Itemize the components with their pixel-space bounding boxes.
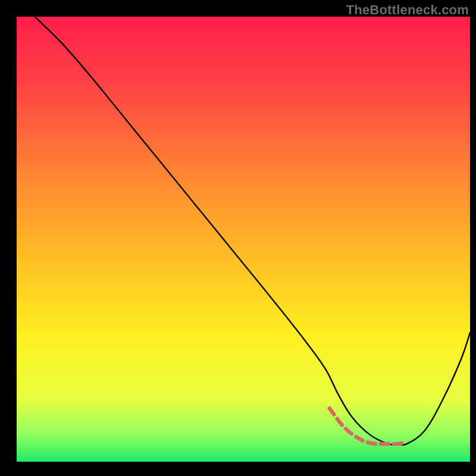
- bottleneck-chart: [0, 0, 476, 476]
- chart-container: TheBottleneck.com: [0, 0, 476, 476]
- watermark-text: TheBottleneck.com: [346, 2, 469, 18]
- plot-background: [17, 17, 470, 462]
